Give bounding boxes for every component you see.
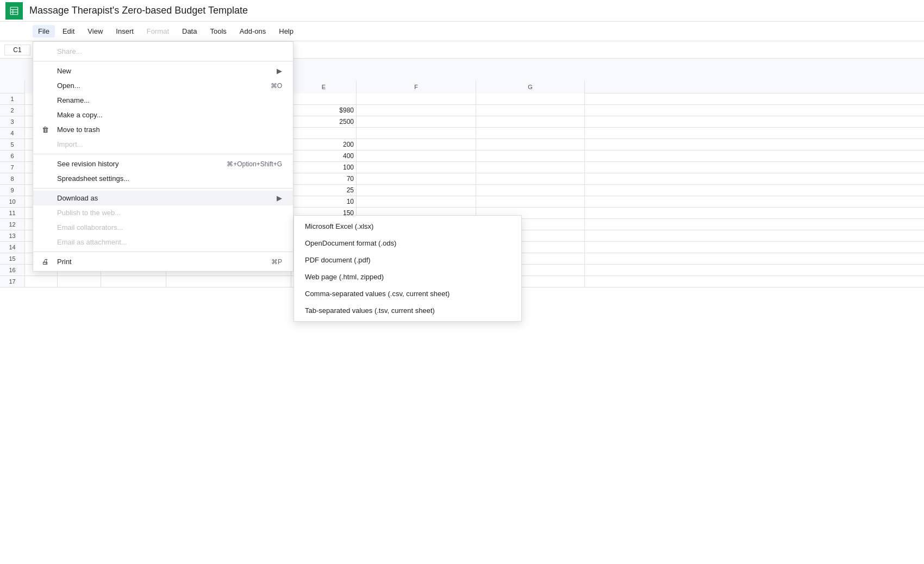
row-num: 16 [0, 265, 25, 275]
menu-divider [33, 188, 293, 189]
menu-email-attachment[interactable]: Email as attachment... [33, 235, 293, 249]
cell-e6[interactable]: 400 [291, 151, 357, 161]
print-icon: 🖨 [42, 258, 49, 266]
cell-e7[interactable]: 100 [291, 162, 357, 173]
menu-revision-history[interactable]: See revision history ⌘+Option+Shift+G [33, 156, 293, 171]
download-pdf[interactable]: PDF document (.pdf) [294, 252, 521, 268]
trash-icon: 🗑 [42, 126, 49, 134]
cell-f9[interactable] [357, 185, 476, 196]
row-num: 10 [0, 196, 25, 207]
cell-f8[interactable] [357, 173, 476, 184]
row-num: 13 [0, 230, 25, 241]
cell-e3[interactable]: 2500 [291, 116, 357, 127]
menu-spreadsheet-settings[interactable]: Spreadsheet settings... [33, 171, 293, 186]
cell-g3[interactable] [476, 116, 585, 127]
row-num: 2 [0, 105, 25, 116]
file-menu-dropdown: Share... New ▶ Open... ⌘O Rename... Make… [33, 41, 294, 272]
cell-g10[interactable] [476, 196, 585, 207]
menu-import[interactable]: Import... [33, 137, 293, 152]
svg-rect-0 [10, 7, 18, 15]
cell-g7[interactable] [476, 162, 585, 173]
download-xlsx[interactable]: Microsoft Excel (.xlsx) [294, 218, 521, 235]
menu-divider [33, 154, 293, 154]
menu-addons[interactable]: Add-ons [234, 25, 271, 37]
top-bar: Massage Therapist's Zero-based Budget Te… [0, 0, 924, 22]
download-html[interactable]: Web page (.html, zipped) [294, 268, 521, 285]
cell-g8[interactable] [476, 173, 585, 184]
cell-g9[interactable] [476, 185, 585, 196]
cell-reference: C1 [4, 45, 30, 55]
row-num: 7 [0, 162, 25, 173]
cell-e1[interactable] [291, 93, 357, 104]
row-num: 9 [0, 185, 25, 196]
row-num: 6 [0, 151, 25, 161]
cell-f2[interactable] [357, 105, 476, 116]
row-num: 5 [0, 139, 25, 150]
shortcut-revision: ⌘+Option+Shift+G [227, 160, 282, 168]
row-num: 1 [0, 93, 25, 104]
submenu-arrow-download-icon: ▶ [277, 194, 282, 202]
menu-move-to-trash[interactable]: 🗑 Move to trash [33, 122, 293, 137]
cell-e4[interactable] [291, 128, 357, 139]
row-num: 4 [0, 128, 25, 139]
col-header-e: E [291, 80, 357, 93]
submenu-arrow-icon: ▶ [277, 67, 282, 75]
cell-f5[interactable] [357, 139, 476, 150]
cell-e8[interactable]: 70 [291, 173, 357, 184]
menu-print[interactable]: 🖨 Print ⌘P [33, 254, 293, 269]
row-num: 3 [0, 116, 25, 127]
row-num: 11 [0, 208, 25, 218]
menu-edit[interactable]: Edit [57, 25, 80, 37]
menu-bar: File Edit View Insert Format Data Tools … [0, 22, 924, 41]
cell-d17[interactable] [166, 276, 291, 287]
row-num: 15 [0, 253, 25, 264]
document-title: Massage Therapist's Zero-based Budget Te… [29, 5, 248, 16]
menu-email-collaborators[interactable]: Email collaborators... [33, 220, 293, 235]
cell-g5[interactable] [476, 139, 585, 150]
cell-g2[interactable] [476, 105, 585, 116]
cell-g6[interactable] [476, 151, 585, 161]
menu-new[interactable]: New ▶ [33, 64, 293, 78]
menu-tools[interactable]: Tools [204, 25, 232, 37]
cell-e9[interactable]: 25 [291, 185, 357, 196]
menu-divider [33, 61, 293, 61]
menu-open[interactable]: Open... ⌘O [33, 78, 293, 93]
cell-c17[interactable] [101, 276, 166, 287]
cell-f4[interactable] [357, 128, 476, 139]
menu-format[interactable]: Format [141, 25, 174, 37]
cell-f1[interactable] [357, 93, 476, 104]
cell-f7[interactable] [357, 162, 476, 173]
download-submenu: Microsoft Excel (.xlsx) OpenDocument for… [294, 215, 522, 322]
menu-divider [33, 252, 293, 252]
shortcut-open: ⌘O [271, 82, 282, 90]
menu-share[interactable]: Share... [33, 44, 293, 59]
cell-g4[interactable] [476, 128, 585, 139]
cell-e2[interactable]: $980 [291, 105, 357, 116]
row-num: 8 [0, 173, 25, 184]
download-csv[interactable]: Comma-separated values (.csv, current sh… [294, 285, 521, 302]
menu-data[interactable]: Data [177, 25, 202, 37]
cell-b17[interactable] [58, 276, 101, 287]
app-icon [5, 2, 23, 20]
row-num: 14 [0, 242, 25, 253]
row-num: 12 [0, 219, 25, 230]
download-ods[interactable]: OpenDocument format (.ods) [294, 235, 521, 252]
cell-f6[interactable] [357, 151, 476, 161]
menu-rename[interactable]: Rename... [33, 93, 293, 108]
menu-file[interactable]: File [33, 25, 55, 37]
menu-view[interactable]: View [82, 25, 108, 37]
cell-f10[interactable] [357, 196, 476, 207]
cell-e10[interactable]: 10 [291, 196, 357, 207]
download-tsv[interactable]: Tab-separated values (.tsv, current shee… [294, 302, 521, 319]
col-header-f: F [357, 80, 476, 93]
menu-download-as[interactable]: Download as ▶ [33, 191, 293, 205]
menu-help[interactable]: Help [273, 25, 299, 37]
menu-publish-web[interactable]: Publish to the web... [33, 205, 293, 220]
menu-insert[interactable]: Insert [110, 25, 139, 37]
menu-make-copy[interactable]: Make a copy... [33, 108, 293, 122]
cell-e5[interactable]: 200 [291, 139, 357, 150]
cell-g1[interactable] [476, 93, 585, 104]
cell-a17[interactable] [25, 276, 58, 287]
cell-f3[interactable] [357, 116, 476, 127]
col-header-g: G [476, 80, 585, 93]
